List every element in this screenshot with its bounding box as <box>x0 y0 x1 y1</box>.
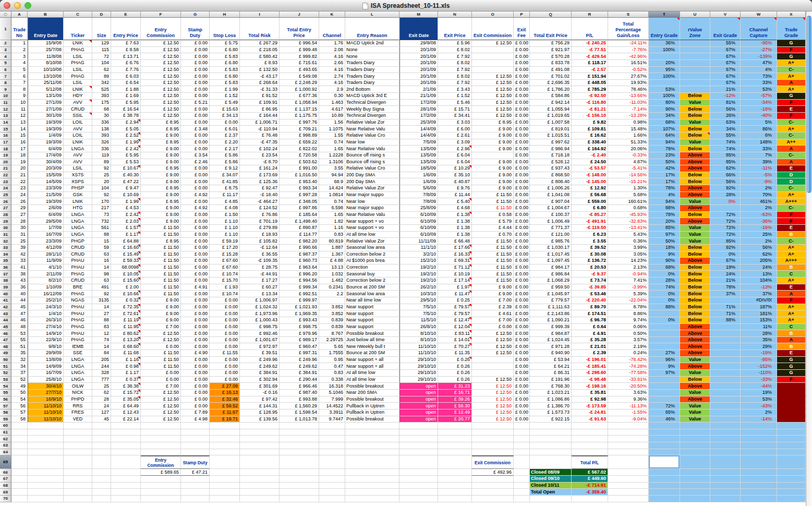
cell-N3[interactable]: £ 8.02 <box>438 47 472 54</box>
cell-V40[interactable]: 37% <box>710 291 741 297</box>
cell-G61[interactable] <box>181 429 210 436</box>
cell-H61[interactable] <box>210 429 240 436</box>
cell-M31[interactable]: 6/10/09 <box>399 232 438 238</box>
cell-U56[interactable]: Above <box>680 396 710 403</box>
cell-L57[interactable]: Pullback in Uptren <box>345 403 399 409</box>
cell-D66[interactable] <box>92 469 111 476</box>
cell-Q7[interactable]: £ 701.02 <box>530 73 572 80</box>
cell-G54[interactable]: £ 0.00 <box>181 383 210 390</box>
cell-E58[interactable]: £ 12.43 <box>111 409 141 416</box>
cell-R19[interactable]: -£ 2.40 <box>572 152 608 159</box>
cell-J28[interactable]: £ 185.64 <box>280 212 319 219</box>
cell-Q70[interactable] <box>530 496 572 502</box>
field-header-W[interactable]: Channel Capture <box>741 18 777 40</box>
row-header-15[interactable]: 15 <box>0 126 11 132</box>
cell-N66[interactable] <box>438 469 472 476</box>
cell-E12[interactable]: £ 16.54 <box>111 106 141 113</box>
cell-S18[interactable]: 20.06% <box>608 146 649 152</box>
cell-V3[interactable]: 67% <box>710 47 741 54</box>
cell-G60[interactable] <box>181 423 210 429</box>
cell-P2[interactable]: £ 0.00 <box>514 40 530 47</box>
cell-F53[interactable]: £ 0.00 <box>141 377 181 383</box>
cell-I34[interactable]: £ 36.55 <box>240 251 280 258</box>
cell-P35[interactable]: £ 0.00 <box>514 258 530 264</box>
cell-Q60[interactable] <box>530 423 572 429</box>
cell-C14[interactable]: LOIL <box>64 119 92 126</box>
cell-K66[interactable] <box>319 469 345 476</box>
cell-I70[interactable] <box>240 496 280 502</box>
cell-U36[interactable]: Below <box>680 264 710 271</box>
cell-L11[interactable]: Technical Divergen <box>345 100 399 106</box>
cell-W41[interactable]: #DIV/0! <box>741 297 777 304</box>
cell-C11[interactable]: AVV <box>64 100 92 106</box>
cell-O27[interactable]: £ 11.50 <box>472 205 514 212</box>
cell-P61[interactable] <box>514 429 530 436</box>
row-header-8[interactable]: 8 <box>0 80 11 87</box>
cell-A27[interactable]: 29 <box>11 205 28 212</box>
cell-G44[interactable]: £ 0.00 <box>181 317 210 324</box>
cell-R34[interactable]: £ 30.08 <box>572 251 608 258</box>
cell-C54[interactable]: OILW <box>64 383 92 390</box>
cell-R57[interactable]: -£ 173.59 <box>572 403 608 409</box>
row-header-63[interactable]: 63 <box>0 442 11 449</box>
cell-O18[interactable]: £ 9.00 <box>472 146 514 152</box>
cell-V20[interactable]: 85% <box>710 159 741 166</box>
cell-M45[interactable]: 26/8/10 <box>399 324 438 331</box>
cell-F2[interactable]: £ 12.50 <box>141 40 181 47</box>
cell-A28[interactable]: 27 <box>11 212 28 219</box>
cell-W61[interactable] <box>741 429 777 436</box>
cell-A49[interactable]: 35 <box>11 350 28 357</box>
cell-B43[interactable]: 1/4/10 <box>28 310 64 317</box>
cell-N21[interactable]: £ 10.29 <box>438 165 472 172</box>
cell-O24[interactable]: £ 9.00 <box>472 185 514 192</box>
cell-I26[interactable]: -£ 464.27 <box>240 198 280 205</box>
cell-L62[interactable] <box>345 436 399 442</box>
cell-M4[interactable]: 20/1/09 <box>399 53 438 60</box>
cell-T21[interactable]: 42% <box>649 165 680 172</box>
cell-Q63[interactable] <box>530 442 572 449</box>
cell-I2[interactable]: £ 267.29 <box>240 40 280 47</box>
cell-B47[interactable]: 22/9/10 <box>28 337 64 344</box>
cell-E45[interactable]: £ 11.95 <box>111 324 141 331</box>
cell-H25[interactable]: £ 11.17 <box>210 192 240 199</box>
cell-X20[interactable]: A <box>777 159 806 166</box>
cell-D26[interactable]: 170 <box>92 198 111 205</box>
cell-B9[interactable]: 5/12/08 <box>28 86 64 93</box>
cell-E59[interactable]: £ 22.14 <box>111 416 141 423</box>
cell-L64[interactable] <box>345 449 399 456</box>
cell-U46[interactable]: Above <box>680 330 710 337</box>
cell-G26[interactable]: £ 0.00 <box>181 198 210 205</box>
cell-G69[interactable] <box>181 489 210 496</box>
cell-E11[interactable]: £ 5.95 <box>111 100 141 106</box>
cell-S9[interactable]: 78.46% <box>608 86 649 93</box>
cell-S61[interactable] <box>608 429 649 436</box>
cell-C57[interactable]: RRS <box>64 403 92 409</box>
cell-I27[interactable]: £ 124.52 <box>240 205 280 212</box>
cell-R38[interactable]: £ 73.74 <box>572 278 608 284</box>
cell-L12[interactable]: Weekly Buy Signa <box>345 106 399 113</box>
cell-C33[interactable]: CRUD <box>64 245 92 251</box>
cell-E29[interactable]: £ 2.03 <box>111 218 141 225</box>
cell-T53[interactable] <box>649 377 680 383</box>
cell-L35[interactable]: At $1000 pos brea <box>345 258 399 264</box>
cell-E6[interactable]: £ 7.76 <box>111 67 141 74</box>
cell-W12[interactable]: -18% <box>741 106 777 113</box>
cell-Q41[interactable]: £ 779.57 <box>530 297 572 304</box>
cell-P70[interactable] <box>514 496 530 502</box>
cell-I62[interactable] <box>240 436 280 442</box>
cell-M9[interactable]: 2/1/09 <box>399 86 438 93</box>
cell-P68[interactable] <box>514 483 530 489</box>
cell-E18[interactable]: £ 2.42 <box>111 146 141 152</box>
cell-V19[interactable]: 85% <box>710 152 741 159</box>
cell-B31[interactable]: 16/7/09 <box>28 232 64 238</box>
cell-B35[interactable]: 11/9/09 <box>28 258 64 264</box>
cell-I10[interactable]: £ 91.52 <box>240 93 280 100</box>
cell-J47[interactable]: £ 989.17 <box>280 337 319 344</box>
cell-Q51[interactable]: £ 64.21 <box>530 363 572 370</box>
cell-H34[interactable]: £ 15.28 <box>210 251 240 258</box>
cell-V41[interactable] <box>710 297 741 304</box>
cell-N17[interactable]: £ 3.09 <box>438 139 472 146</box>
cell-L14[interactable]: Relative Value Zor <box>345 119 399 126</box>
cell-L32[interactable]: Relative Value Zor <box>345 238 399 245</box>
cell-S14[interactable]: 0.98% <box>608 119 649 126</box>
